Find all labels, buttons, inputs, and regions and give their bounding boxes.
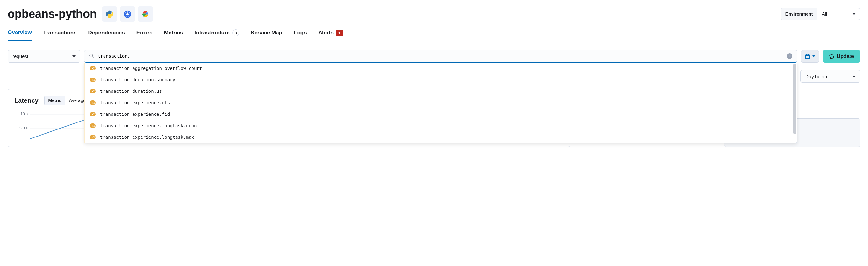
date-picker-button[interactable] (801, 50, 819, 62)
chevron-down-icon (812, 56, 815, 57)
search-box[interactable]: ✕ (84, 50, 797, 62)
y-axis-tick: 10 s (14, 112, 28, 116)
kubernetes-icon (120, 6, 135, 22)
search-container: ✕ F transaction.aggregation.overflow_cou… (84, 50, 797, 62)
tab-dependencies[interactable]: Dependencies (88, 29, 125, 41)
suggestions-scrollbar[interactable] (794, 64, 797, 142)
tab-metrics[interactable]: Metrics (164, 29, 183, 41)
page-title: opbeans-python (8, 7, 97, 21)
tab-infrastructure[interactable]: Infrastructure β (194, 29, 239, 41)
chevron-down-icon (852, 76, 856, 78)
tab-transactions[interactable]: Transactions (43, 29, 77, 41)
clear-search-icon[interactable]: ✕ (787, 53, 793, 59)
page-header: opbeans-python (8, 6, 860, 22)
tab-alerts[interactable]: Alerts 1 (318, 29, 343, 41)
field-type-icon: F (90, 112, 96, 116)
filter-row: request ✕ F transaction.aggregation.over… (8, 50, 860, 62)
field-type-icon: F (90, 135, 96, 139)
suggestion-item[interactable]: F transaction.experience.fid (85, 109, 797, 120)
tab-overview[interactable]: Overview (8, 29, 32, 41)
chevron-down-icon (72, 56, 75, 57)
python-icon (102, 6, 117, 22)
suggestion-item[interactable]: F transaction.experience.longtask.count (85, 120, 797, 131)
field-type-icon: F (90, 100, 96, 105)
svg-rect-15 (805, 55, 810, 58)
tab-logs[interactable]: Logs (294, 29, 307, 41)
metric-toggle[interactable]: Metric Average (44, 96, 90, 105)
tab-errors[interactable]: Errors (136, 29, 153, 41)
update-button[interactable]: Update (823, 50, 860, 62)
suggestion-item[interactable]: F transaction.duration.summary (85, 74, 797, 86)
gcp-icon (138, 6, 153, 22)
suggestion-item[interactable]: F transaction.experience.cls (85, 97, 797, 109)
environment-label: Environment (781, 8, 818, 20)
field-type-icon: F (90, 123, 96, 128)
comparison-select[interactable]: Day before (801, 70, 860, 83)
field-type-icon: F (90, 78, 96, 82)
calendar-icon (805, 54, 810, 59)
transaction-type-select[interactable]: request (8, 50, 80, 62)
suggestion-item[interactable]: F transaction.experience.longtask.max (85, 131, 797, 143)
tab-service-map[interactable]: Service Map (251, 29, 282, 41)
service-icons (102, 6, 153, 22)
environment-value[interactable]: All (817, 8, 860, 20)
tabs-nav: Overview Transactions Dependencies Error… (8, 29, 860, 41)
metric-label: Metric (44, 96, 65, 105)
suggestion-item[interactable]: F transaction.aggregation.overflow_count (85, 62, 797, 74)
field-type-icon: F (90, 66, 96, 70)
chevron-down-icon (852, 13, 856, 15)
search-suggestions-popover: F transaction.aggregation.overflow_count… (84, 62, 797, 143)
chart-title: Latency (14, 97, 38, 104)
beta-badge-icon: β (232, 29, 239, 36)
environment-selector[interactable]: Environment All (781, 8, 860, 20)
field-type-icon: F (90, 89, 96, 93)
search-icon (89, 53, 94, 59)
search-input[interactable] (98, 54, 784, 59)
refresh-icon (829, 54, 834, 59)
scrollbar-thumb[interactable] (794, 64, 796, 134)
svg-point-13 (90, 54, 93, 57)
svg-line-14 (92, 57, 94, 58)
y-axis-tick: 5.0 s (14, 126, 28, 130)
header-left-group: opbeans-python (8, 6, 153, 22)
suggestion-item[interactable]: F transaction.duration.us (85, 86, 797, 97)
alert-count-badge: 1 (336, 30, 343, 36)
